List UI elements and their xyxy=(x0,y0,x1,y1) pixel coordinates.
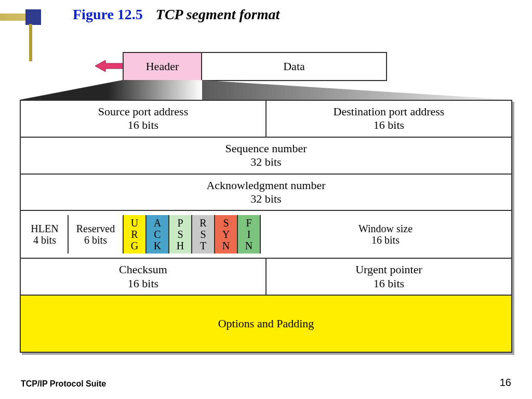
page-number: 16 xyxy=(500,377,511,389)
field-ack-number: Acknowledgment number 32 bits xyxy=(20,174,512,211)
flag-syn: SYN xyxy=(215,215,238,254)
tcp-header-table: Source port address 16 bits Destination … xyxy=(20,100,512,353)
field-bits: 4 bits xyxy=(33,234,56,246)
field-label: Reserved xyxy=(76,223,115,234)
data-box: Data xyxy=(202,52,387,81)
field-hlen: HLEN 4 bits xyxy=(22,215,69,254)
decor-bar-horizontal xyxy=(0,14,29,21)
field-label: Urgent pointer xyxy=(355,263,422,276)
decor-bar-vertical xyxy=(29,24,32,61)
field-bits: 16 bits xyxy=(128,118,158,131)
figure-caption: TCP segment format xyxy=(156,6,280,22)
flag-fin: FIN xyxy=(238,215,261,254)
slide: Figure 12.5 TCP segment format Header Da… xyxy=(0,0,532,399)
field-bits: 16 bits xyxy=(374,277,404,290)
field-label: Acknowledgment number xyxy=(206,179,325,192)
field-bits: 6 bits xyxy=(84,234,107,246)
field-sequence-number: Sequence number 32 bits xyxy=(20,137,512,174)
field-reserved: Reserved 6 bits xyxy=(69,215,124,254)
field-window-size: Window size 16 bits xyxy=(261,215,510,254)
flag-rst: RST xyxy=(192,215,215,254)
header-box: Header xyxy=(123,52,202,81)
svg-marker-1 xyxy=(20,80,512,100)
field-label: Window size xyxy=(358,223,413,234)
flag-ack: ACK xyxy=(147,215,169,254)
field-bits: 16 bits xyxy=(371,234,400,246)
svg-marker-0 xyxy=(95,60,123,72)
field-options-padding: Options and Padding xyxy=(20,295,512,352)
footer-title: TCP/IP Protocol Suite xyxy=(21,379,106,389)
field-label: Source port address xyxy=(98,105,189,118)
field-bits: 16 bits xyxy=(374,118,404,131)
row-flags: HLEN 4 bits Reserved 6 bits URG ACK PSH … xyxy=(20,210,512,258)
field-label: Sequence number xyxy=(225,142,307,155)
figure-title: Figure 12.5 TCP segment format xyxy=(73,6,280,23)
field-label: Destination port address xyxy=(334,105,445,118)
left-arrow-icon xyxy=(95,60,123,72)
expansion-trapezoid xyxy=(20,80,512,100)
field-dest-port: Destination port address 16 bits xyxy=(266,100,512,137)
decor-square xyxy=(25,9,41,25)
field-label: HLEN xyxy=(31,223,58,234)
field-source-port: Source port address 16 bits xyxy=(20,100,266,137)
flag-psh: PSH xyxy=(169,215,192,254)
field-checksum: Checksum 16 bits xyxy=(20,258,266,295)
figure-number: Figure 12.5 xyxy=(73,6,143,22)
field-label: Checksum xyxy=(119,263,167,276)
field-bits: 32 bits xyxy=(250,155,281,168)
segment-overview: Header Data xyxy=(123,52,387,81)
field-urgent-pointer: Urgent pointer 16 bits xyxy=(266,258,512,295)
field-label: Options and Padding xyxy=(218,317,314,330)
field-bits: 16 bits xyxy=(128,277,158,290)
field-bits: 32 bits xyxy=(250,192,281,205)
flag-urg: URG xyxy=(124,215,147,254)
